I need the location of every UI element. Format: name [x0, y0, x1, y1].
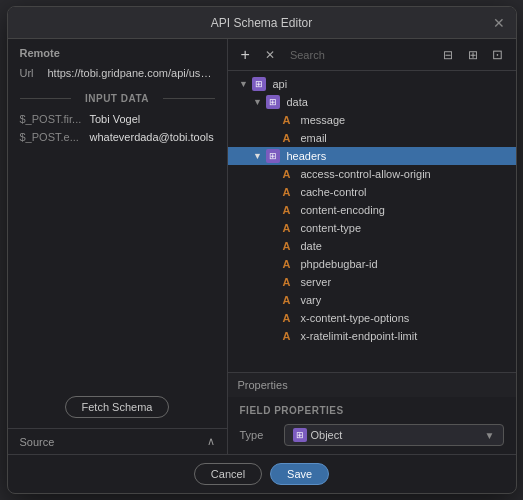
type-icon-headers: ⊞ [266, 149, 280, 163]
input-row-2: $_POST.e... whateverdada@tobi.tools [8, 128, 227, 146]
type-icon-cache-control: A [280, 185, 294, 199]
tree-item-x-ratelimit-endpoint-limit[interactable]: Ax-ratelimit-endpoint-limit [228, 327, 516, 345]
tree-area: ▼⊞api▼⊞dataAmessageAemail▼⊞headersAacces… [228, 71, 516, 372]
type-prop-row: Type ⊞ Object ▼ [240, 424, 504, 446]
type-icon-phpdebugbar-id: A [280, 257, 294, 271]
url-value: https://tobi.gridpane.com/api/user/regis… [48, 67, 215, 79]
tree-chevron-headers[interactable]: ▼ [253, 151, 263, 161]
toolbar-close-button[interactable]: ✕ [261, 44, 280, 66]
type-icon-api: ⊞ [252, 77, 266, 91]
tree-label-server: server [301, 276, 332, 288]
type-icon-message: A [280, 113, 294, 127]
tree-label-content-type: content-type [301, 222, 362, 234]
type-icon-data: ⊞ [266, 95, 280, 109]
tree-item-server[interactable]: Aserver [228, 273, 516, 291]
tree-label-api: api [273, 78, 288, 90]
right-panel: + ✕ ⊟ ⊞ ⊡ ▼⊞api▼⊞dataAmessageAemail▼⊞hea… [228, 39, 516, 454]
divider-right [163, 98, 214, 99]
tree-label-vary: vary [301, 294, 322, 306]
field-props-title: FIELD PROPERTIES [240, 405, 504, 416]
type-label: Type [240, 429, 276, 441]
input-row-1: $_POST.fir... Tobi Vogel [8, 110, 227, 128]
tree-label-x-ratelimit-endpoint-limit: x-ratelimit-endpoint-limit [301, 330, 418, 342]
modal-close-icon[interactable]: ✕ [492, 16, 506, 30]
properties-header: Properties [228, 372, 516, 397]
field-properties: FIELD PROPERTIES Type ⊞ Object ▼ [228, 397, 516, 454]
settings-icon[interactable]: ⊡ [488, 44, 507, 66]
type-value-row: ⊞ Object ▼ [284, 424, 504, 446]
type-icon-email: A [280, 131, 294, 145]
tree-item-vary[interactable]: Avary [228, 291, 516, 309]
search-input[interactable] [286, 47, 432, 63]
tree-item-email[interactable]: Aemail [228, 129, 516, 147]
tree-label-email: email [301, 132, 327, 144]
title-bar: API Schema Editor ✕ [8, 7, 516, 39]
tree-label-date: date [301, 240, 322, 252]
cancel-button[interactable]: Cancel [194, 463, 262, 485]
left-panel: Remote Url https://tobi.gridpane.com/api… [8, 39, 228, 454]
url-row: Url https://tobi.gridpane.com/api/user/r… [8, 63, 227, 83]
input-key-2: $_POST.e... [20, 131, 84, 143]
type-select-icon: ⊞ [293, 428, 307, 442]
type-icon-access-control-allow-origin: A [280, 167, 294, 181]
divider-left [20, 98, 71, 99]
add-button[interactable]: + [236, 44, 255, 66]
tree-label-content-encoding: content-encoding [301, 204, 385, 216]
right-toolbar: + ✕ ⊟ ⊞ ⊡ [228, 39, 516, 71]
url-label: Url [20, 67, 42, 79]
type-select[interactable]: ⊞ Object ▼ [284, 424, 504, 446]
modal: API Schema Editor ✕ Remote Url https://t… [7, 6, 517, 494]
tree-label-data: data [287, 96, 308, 108]
input-data-label: INPUT DATA [85, 93, 149, 104]
source-row: Source ∧ [8, 428, 227, 454]
type-icon-x-ratelimit-endpoint-limit: A [280, 329, 294, 343]
tree-item-headers[interactable]: ▼⊞headers [228, 147, 516, 165]
input-data-header: INPUT DATA [8, 83, 227, 110]
tree-item-message[interactable]: Amessage [228, 111, 516, 129]
tree-item-access-control-allow-origin[interactable]: Aaccess-control-allow-origin [228, 165, 516, 183]
footer: Cancel Save [8, 454, 516, 493]
tree-item-cache-control[interactable]: Acache-control [228, 183, 516, 201]
tree-label-message: message [301, 114, 346, 126]
modal-body: Remote Url https://tobi.gridpane.com/api… [8, 39, 516, 454]
tree-label-x-content-type-options: x-content-type-options [301, 312, 410, 324]
tree-label-phpdebugbar-id: phpdebugbar-id [301, 258, 378, 270]
input-val-2: whateverdada@tobi.tools [90, 131, 214, 143]
fetch-btn-row: Fetch Schema [8, 386, 227, 428]
input-val-1: Tobi Vogel [90, 113, 141, 125]
remote-header: Remote [8, 39, 227, 63]
tree-item-content-type[interactable]: Acontent-type [228, 219, 516, 237]
tree-label-cache-control: cache-control [301, 186, 367, 198]
save-button[interactable]: Save [270, 463, 329, 485]
tree-item-phpdebugbar-id[interactable]: Aphpdebugbar-id [228, 255, 516, 273]
tree-chevron-data[interactable]: ▼ [253, 97, 263, 107]
tree-item-api[interactable]: ▼⊞api [228, 75, 516, 93]
modal-title: API Schema Editor [211, 16, 312, 30]
type-icon-x-content-type-options: A [280, 311, 294, 325]
source-label: Source [20, 436, 55, 448]
tree-item-content-encoding[interactable]: Acontent-encoding [228, 201, 516, 219]
tree-label-headers: headers [287, 150, 327, 162]
tree-item-date[interactable]: Adate [228, 237, 516, 255]
tree-item-x-content-type-options[interactable]: Ax-content-type-options [228, 309, 516, 327]
footer-buttons: Cancel Save [100, 463, 424, 485]
collapse-icon[interactable]: ⊟ [438, 44, 457, 66]
tree-chevron-api[interactable]: ▼ [239, 79, 249, 89]
type-select-chevron-icon: ▼ [485, 430, 495, 441]
tree-item-data[interactable]: ▼⊞data [228, 93, 516, 111]
type-icon-content-type: A [280, 221, 294, 235]
type-select-value: Object [311, 429, 343, 441]
type-icon-date: A [280, 239, 294, 253]
fetch-schema-button[interactable]: Fetch Schema [65, 396, 170, 418]
tree-label-access-control-allow-origin: access-control-allow-origin [301, 168, 431, 180]
type-icon-vary: A [280, 293, 294, 307]
input-key-1: $_POST.fir... [20, 113, 84, 125]
type-icon-content-encoding: A [280, 203, 294, 217]
expand-icon[interactable]: ⊞ [463, 44, 482, 66]
type-icon-server: A [280, 275, 294, 289]
source-chevron-icon[interactable]: ∧ [207, 435, 215, 448]
